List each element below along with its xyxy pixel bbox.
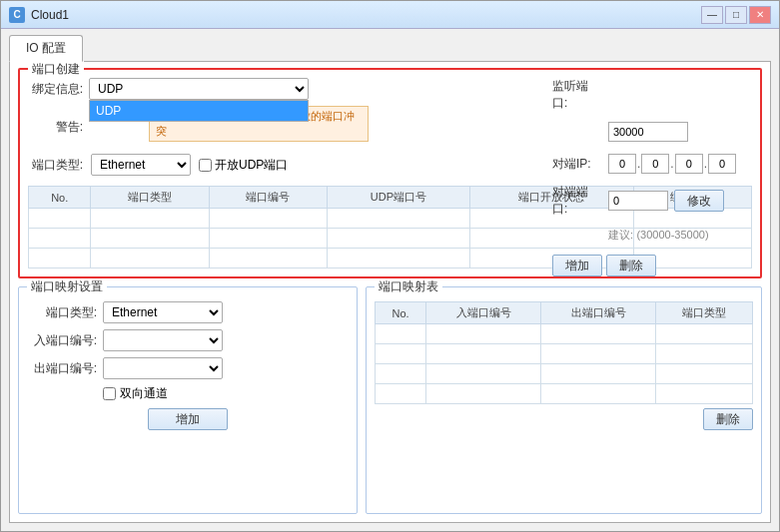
binding-dropdown-open: UDP	[89, 100, 309, 122]
col-no: No.	[29, 187, 91, 209]
tab-bar: IO 配置	[1, 29, 779, 61]
remote-ip-field-2[interactable]	[641, 154, 669, 174]
main-window: C Cloud1 — □ ✕ IO 配置 端口创建 绑定信息: UD	[0, 0, 780, 532]
bidirectional-row: 双向通道	[103, 385, 349, 402]
port-type-select[interactable]: Ethernet	[91, 154, 191, 176]
port-creation-title: 端口创建	[28, 61, 84, 78]
remote-port-label: 对端端口:	[552, 184, 602, 218]
binding-label: 绑定信息:	[28, 81, 83, 98]
in-port-label: 入端口编号:	[27, 332, 97, 349]
mapping-table-row	[376, 364, 753, 384]
add-delete-row: 增加 删除	[552, 255, 752, 276]
right-config-panel: 监听端口: 对端IP: . . .	[552, 78, 752, 276]
window-controls: — □ ✕	[701, 6, 771, 24]
map-col-type: 端口类型	[656, 302, 753, 324]
add-port-button[interactable]: 增加	[552, 255, 602, 276]
remote-ip-field-3[interactable]	[675, 154, 703, 174]
col-port-type: 端口类型	[91, 187, 209, 209]
maximize-button[interactable]: □	[725, 6, 747, 24]
app-icon: C	[9, 7, 25, 23]
port-type-row: 端口类型: Ethernet 开放UDP端口	[28, 154, 397, 176]
remote-ip-inputs: . . .	[608, 154, 736, 174]
map-col-in-port: 入端口编号	[426, 302, 541, 324]
port-mapping-section: 端口映射设置 端口类型: Ethernet 入端口编号: 出端口编号:	[18, 286, 358, 514]
tab-io-config[interactable]: IO 配置	[9, 35, 83, 62]
mapping-port-type-label: 端口类型:	[27, 304, 97, 321]
dropdown-option-udp[interactable]: UDP	[90, 101, 308, 121]
mapping-add-button[interactable]: 增加	[148, 408, 228, 430]
bidirectional-checkbox[interactable]	[103, 387, 116, 400]
remote-ip-label: 对端IP:	[552, 156, 602, 173]
mapping-port-type-row: 端口类型: Ethernet	[27, 301, 349, 323]
map-col-out-port: 出端口编号	[541, 302, 656, 324]
remote-port-input[interactable]	[608, 191, 668, 211]
in-port-row: 入端口编号:	[27, 329, 349, 351]
remote-ip-field-1[interactable]	[608, 154, 636, 174]
content-area: 端口创建 绑定信息: UDP TCP Client TCP Server U	[9, 61, 771, 523]
out-port-select[interactable]	[103, 357, 223, 379]
listen-port-input[interactable]	[608, 122, 688, 142]
port-mapping-title: 端口映射设置	[27, 278, 107, 295]
suggest-label: 建议:	[608, 229, 633, 241]
mapping-table-row	[376, 324, 753, 344]
mapping-table: No. 入端口编号 出端口编号 端口类型	[375, 301, 753, 404]
out-port-row: 出端口编号:	[27, 357, 349, 379]
binding-select[interactable]: UDP TCP Client TCP Server	[89, 78, 309, 100]
close-button[interactable]: ✕	[749, 6, 771, 24]
bidirectional-label: 双向通道	[120, 385, 168, 402]
warning-label: 警告:	[28, 119, 83, 136]
mapping-table-title: 端口映射表	[375, 278, 442, 295]
mapping-add-row: 增加	[27, 408, 349, 430]
minimize-button[interactable]: —	[701, 6, 723, 24]
binding-dropdown-container: UDP TCP Client TCP Server UDP	[89, 78, 309, 100]
map-col-no: No.	[376, 302, 426, 324]
open-udp-checkbox[interactable]	[199, 159, 212, 172]
in-port-select[interactable]	[103, 329, 223, 351]
delete-port-button[interactable]: 删除	[606, 255, 656, 276]
remote-ip-field-4[interactable]	[708, 154, 736, 174]
out-port-label: 出端口编号:	[27, 360, 97, 377]
open-udp-checkbox-label[interactable]: 开放UDP端口	[199, 157, 288, 174]
modify-button[interactable]: 修改	[674, 190, 724, 212]
mapping-table-row	[376, 384, 753, 404]
title-bar: C Cloud1 — □ ✕	[1, 1, 779, 29]
listen-port-label: 监听端口:	[552, 78, 602, 112]
mapping-table-section: 端口映射表 No. 入端口编号 出端口编号 端口类型	[366, 286, 762, 514]
mapping-delete-button[interactable]: 删除	[703, 408, 753, 430]
col-port-no: 端口编号	[209, 187, 327, 209]
port-type-label: 端口类型:	[28, 157, 83, 174]
open-udp-label: 开放UDP端口	[215, 157, 288, 174]
port-creation-section: 端口创建 绑定信息: UDP TCP Client TCP Server U	[18, 68, 762, 278]
col-udp-port: UDP端口号	[327, 187, 469, 209]
suggest-range: (30000-35000)	[636, 229, 708, 241]
window-title: Cloud1	[31, 8, 701, 22]
mapping-delete-row: 删除	[375, 408, 753, 430]
mapping-port-type-select[interactable]: Ethernet	[103, 301, 223, 323]
mapping-table-row	[376, 344, 753, 364]
bottom-panels: 端口映射设置 端口类型: Ethernet 入端口编号: 出端口编号:	[18, 286, 762, 514]
binding-row: 绑定信息: UDP TCP Client TCP Server UDP	[28, 78, 397, 100]
